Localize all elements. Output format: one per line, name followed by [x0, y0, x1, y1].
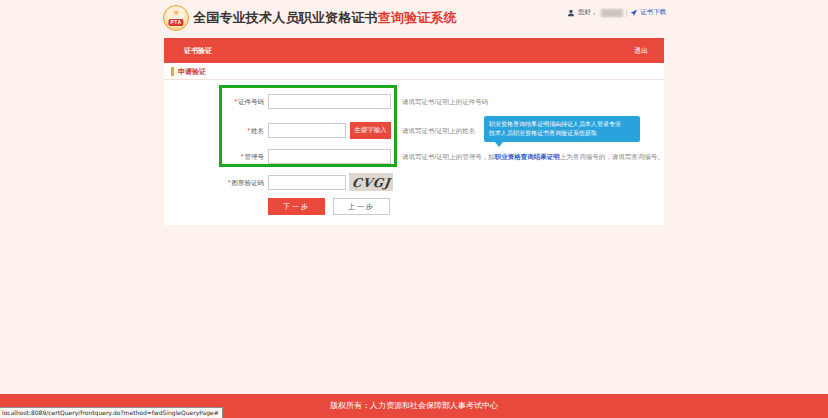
query-result-cert-link[interactable]: 职业资格查询结果证明: [495, 153, 560, 160]
content-panel: 申请验证 *证件号码 请填写证书/证明上的证件号码 *姓名 生僻字输入 请填写证…: [164, 63, 664, 225]
cert-download-label: 证书下载: [640, 8, 666, 17]
brand-header: ☀ PTA 全国专业技术人员职业资格证书查询验证系统: [163, 5, 457, 31]
name-hint: 请填写证书/证明上的姓名: [402, 122, 475, 139]
logo-star-glyph: ☀: [172, 9, 180, 18]
captcha-text: CVGJ: [350, 174, 391, 191]
section-marker-bar: [171, 67, 174, 76]
tab-cert-verify[interactable]: 证书验证: [184, 38, 212, 63]
tooltip-arrow: [495, 142, 503, 147]
tooltip-line1: 职业资格查询结果证明须由持证人员本人登录专业: [489, 120, 635, 129]
name-input[interactable]: [268, 123, 346, 138]
next-step-button[interactable]: 下一步: [268, 198, 325, 215]
prev-step-button[interactable]: 上一步: [333, 198, 390, 215]
logout-button[interactable]: 退出: [634, 38, 648, 63]
manage-number-hint: 请填写证书/证明上的管理号，如职业资格查询结果证明上为查询编号的，请填写查询编号…: [402, 148, 664, 165]
logo-banner-text: PTA: [168, 19, 183, 26]
tooltip-line2: 技术人员职业资格证书查询验证系统获取: [489, 129, 635, 138]
required-marker: *: [234, 98, 237, 105]
required-marker: *: [228, 179, 231, 186]
info-tooltip: 职业资格查询结果证明须由持证人员本人登录专业 技术人员职业资格证书查询验证系统获…: [484, 116, 640, 142]
name-label: *姓名: [164, 122, 264, 139]
site-title: 全国专业技术人员职业资格证书查询验证系统: [193, 9, 457, 27]
form-row-id-number: *证件号码 请填写证书/证明上的证件号码: [164, 93, 664, 110]
greeting-text: 您好，: [578, 8, 598, 17]
separator: |: [626, 9, 628, 16]
id-number-label: *证件号码: [164, 93, 264, 110]
user-icon: [567, 9, 575, 17]
pta-logo-icon: ☀ PTA: [163, 5, 189, 31]
required-marker: *: [241, 153, 244, 160]
id-number-input[interactable]: [268, 94, 391, 109]
manage-number-input[interactable]: [268, 149, 391, 164]
required-marker: *: [247, 127, 250, 134]
manage-number-label: *管理号: [164, 148, 264, 165]
paper-plane-icon: [630, 9, 638, 17]
censored-username: [601, 9, 623, 17]
browser-status-bar: localhost:8089/certQuery/frontquery.do?m…: [0, 407, 223, 418]
copyright-text: 版权所有：人力资源和社会保障部人事考试中心: [330, 401, 498, 410]
form-row-manage-number: *管理号 请填写证书/证明上的管理号，如职业资格查询结果证明上为查询编号的，请填…: [164, 148, 664, 165]
cert-download-link[interactable]: 证书下载: [630, 8, 666, 17]
status-url-text: localhost:8089/certQuery/frontquery.do?m…: [2, 409, 219, 416]
id-number-hint: 请填写证书/证明上的证件号码: [402, 93, 488, 110]
section-header: 申请验证: [164, 63, 664, 80]
captcha-input[interactable]: [268, 175, 346, 190]
main-nav: 证书验证 退出: [164, 38, 664, 63]
rare-character-input-button[interactable]: 生僻字输入: [350, 122, 391, 139]
section-title: 申请验证: [178, 63, 206, 80]
page: ☀ PTA 全国专业技术人员职业资格证书查询验证系统 您好， | 证书下载 证书…: [0, 0, 828, 418]
site-title-main: 全国专业技术人员职业资格证书: [193, 10, 378, 25]
form-row-captcha: *图形验证码 CVGJ: [164, 174, 664, 191]
user-info-bar: 您好， | 证书下载: [567, 8, 666, 17]
captcha-image[interactable]: CVGJ: [349, 173, 393, 191]
captcha-label: *图形验证码: [164, 174, 264, 191]
site-title-accent: 查询验证系统: [378, 10, 457, 25]
